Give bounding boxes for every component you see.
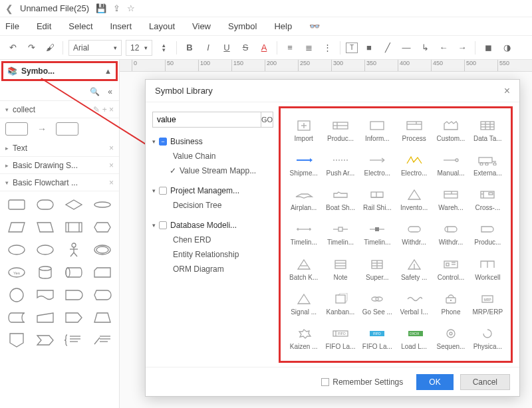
opacity-icon[interactable]: ◑ [499, 41, 514, 55]
menu-select[interactable]: Select [68, 21, 92, 31]
menu-file[interactable]: File [5, 21, 19, 31]
align-h-icon[interactable]: ≡ [283, 41, 297, 55]
shape-cylinder[interactable] [33, 263, 57, 282]
undo-icon[interactable]: ↶ [5, 41, 20, 55]
shape-hexagon[interactable] [90, 218, 115, 237]
tree-chen[interactable]: Chen ERD [152, 233, 272, 247]
tree-orm[interactable]: ORM Diagram [152, 262, 272, 276]
shape-roundrect[interactable] [33, 195, 57, 214]
sidebar-basicflow[interactable]: ▾Basic Flowchart ...× [0, 174, 119, 191]
shape-yes[interactable]: Yes [4, 263, 29, 282]
symbol-item[interactable]: Timelin... [286, 218, 321, 251]
symbol-item[interactable]: Externa... [470, 148, 505, 181]
close-icon[interactable]: × [109, 178, 114, 187]
symbol-item[interactable]: Withdr... [396, 218, 432, 251]
sidebar-symbols-header[interactable]: 📚 Symbo... ▲ [1, 61, 118, 81]
align-v-icon[interactable]: ≣ [301, 41, 316, 55]
tree-pm[interactable]: ▾Project Managem... [152, 183, 272, 198]
symbol-item[interactable]: Produc... [470, 218, 505, 251]
tree-er[interactable]: Entity Relationship [152, 247, 272, 262]
symbol-item[interactable]: Kaizen ... [286, 322, 321, 356]
symbol-item[interactable]: Super... [360, 253, 395, 286]
back-icon[interactable]: ❮ [5, 3, 13, 14]
menu-layout[interactable]: Layout [149, 21, 175, 31]
menu-view[interactable]: View [192, 21, 211, 31]
close-icon[interactable]: × [109, 161, 114, 170]
bold-icon[interactable]: B [182, 41, 197, 55]
shape-cylinder2[interactable] [62, 263, 86, 282]
shape-ellipse2[interactable] [33, 241, 57, 259]
arrow-end-icon[interactable]: → [455, 41, 469, 55]
sidebar-collect[interactable]: ▾collect✎ + × [0, 101, 119, 118]
go-button[interactable]: GO [261, 112, 273, 128]
symbol-item[interactable]: Verbal I... [396, 287, 432, 320]
ok-button[interactable]: OK [416, 374, 453, 390]
symbol-item[interactable]: Physica... [470, 322, 505, 356]
fontsize-step-icon[interactable]: ▴▾ [156, 41, 171, 55]
tree-decision[interactable]: Decision Tree [152, 198, 272, 213]
fontsize-select[interactable]: 12▾ [126, 40, 152, 56]
linestyle-icon[interactable]: ― [399, 41, 414, 55]
shape-subprocess[interactable] [62, 218, 86, 237]
shape-stored[interactable] [4, 308, 29, 327]
symbol-item[interactable]: Withdr... [433, 218, 468, 251]
symbol-item[interactable]: FIFOFIFO La... [360, 322, 395, 356]
save-icon[interactable]: 💾 [96, 3, 106, 13]
fill-icon[interactable]: ■ [362, 41, 376, 55]
star-icon[interactable]: ☆ [127, 3, 135, 13]
shape-circle[interactable] [4, 286, 29, 304]
search-icon[interactable]: 🔍 [90, 87, 100, 96]
shape-delay[interactable] [62, 286, 86, 304]
symbol-item[interactable]: Go See ... [360, 287, 395, 320]
edit-icon[interactable]: ✎ + × [93, 105, 114, 114]
shape-parallelogram2[interactable] [33, 218, 57, 237]
shape-trapezoid[interactable] [90, 308, 115, 327]
symbol-item[interactable]: Produc... [323, 114, 358, 147]
symbol-item[interactable]: Cross-... [470, 183, 505, 217]
symbol-item[interactable]: Boat Sh... [323, 183, 358, 217]
shape-display[interactable] [90, 286, 115, 304]
symbol-item[interactable]: Control... [433, 253, 468, 286]
menu-insert[interactable]: Insert [110, 21, 132, 31]
shape-parallelogram[interactable] [4, 218, 29, 237]
strike-icon[interactable]: S [238, 41, 253, 55]
sidebar-text[interactable]: ▸Text× [0, 140, 119, 157]
symbol-item[interactable]: Timelin... [360, 218, 395, 251]
symbol-item[interactable]: Import [286, 114, 321, 147]
collapse-icon[interactable]: « [108, 87, 112, 96]
close-icon[interactable]: × [504, 85, 510, 97]
glasses-icon[interactable]: 👓 [309, 21, 320, 31]
fontcolor-icon[interactable]: A [257, 41, 271, 55]
textbox-icon[interactable]: T [346, 43, 358, 53]
remember-checkbox[interactable]: Remember Settings [321, 377, 403, 387]
shape-brace[interactable] [62, 331, 86, 350]
shadow-icon[interactable]: ◼ [481, 41, 495, 55]
symbol-item[interactable]: Sequen... [433, 322, 468, 356]
symbol-item[interactable]: Manual... [433, 148, 468, 181]
symbol-item[interactable]: Electro... [396, 148, 432, 181]
collect-shape-2[interactable] [56, 122, 78, 136]
close-icon[interactable]: × [109, 144, 114, 153]
tree-db[interactable]: ▾Database Modeli... [152, 218, 272, 233]
symbol-item[interactable]: OXOXLoad L... [396, 322, 432, 356]
line-icon[interactable]: ╱ [380, 41, 395, 55]
tree-business[interactable]: ▾−Business [152, 134, 272, 149]
shape-doc[interactable] [33, 286, 57, 304]
shape-rect[interactable] [4, 195, 29, 214]
shape-offpage[interactable] [4, 331, 29, 350]
symbol-item[interactable]: Rail Shi... [360, 183, 395, 217]
symbol-item[interactable]: Phone [433, 287, 468, 320]
export-icon[interactable]: ⇪ [113, 3, 120, 13]
symbol-item[interactable]: Data Ta... [470, 114, 505, 147]
symbol-item[interactable]: Custom... [433, 114, 468, 147]
menu-help[interactable]: Help [274, 21, 292, 31]
symbol-item[interactable]: Timelin... [323, 218, 358, 251]
tree-valuechain[interactable]: Value Chain [152, 149, 272, 163]
shape-actor[interactable] [62, 241, 86, 259]
symbol-item[interactable]: FIFOFIFO La... [323, 322, 358, 356]
symbol-item[interactable]: Inform... [360, 114, 395, 147]
symbol-item[interactable]: Signal ... [286, 287, 321, 320]
symbol-item[interactable]: Safety ... [396, 253, 432, 286]
shape-manual-input[interactable] [33, 308, 57, 327]
symbol-item[interactable]: Batch K... [286, 253, 321, 286]
